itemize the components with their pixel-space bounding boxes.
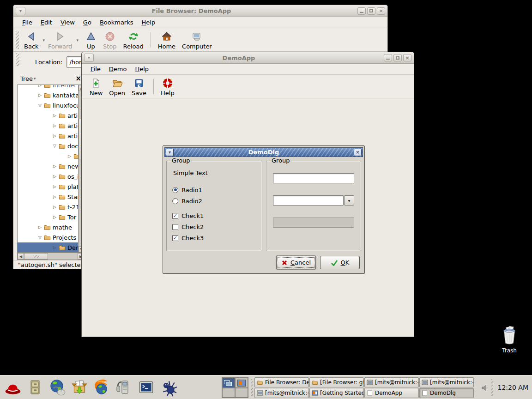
- window-menu-button[interactable]: ▾: [84, 54, 94, 62]
- expander-icon[interactable]: ▷: [52, 164, 58, 169]
- tree-row[interactable]: ▷Tor Lil: [18, 212, 78, 222]
- tree-row[interactable]: ▽linuxfocu: [18, 100, 78, 110]
- expander-icon[interactable]: ▷: [66, 154, 73, 158]
- taskbar-window-demoapp[interactable]: DemoApp: [364, 388, 419, 398]
- tree-row[interactable]: ▷Mic: [18, 151, 78, 161]
- computer-button[interactable]: Computer: [179, 30, 215, 50]
- taskbar-window-getting-started[interactable]: [Getting Started: [309, 388, 364, 398]
- text-input[interactable]: [273, 173, 354, 183]
- radio1-option[interactable]: Radio1: [172, 185, 202, 194]
- scrollbar-thumb[interactable]: [24, 253, 48, 260]
- expander-icon[interactable]: ▽: [37, 103, 43, 108]
- tree-row[interactable]: ▷new00: [18, 161, 78, 171]
- ok-button[interactable]: OK: [320, 256, 360, 269]
- workspace-1-active[interactable]: [222, 378, 235, 388]
- tree-row[interactable]: ▽doc: [18, 141, 78, 151]
- workspace-3[interactable]: [222, 388, 235, 398]
- maximize-button[interactable]: [367, 7, 375, 15]
- bug-reporter-launcher[interactable]: [157, 377, 178, 398]
- expander-icon[interactable]: ▷: [52, 174, 58, 179]
- menu-edit[interactable]: Edit: [36, 18, 56, 27]
- home-button[interactable]: Home: [155, 30, 179, 50]
- open-button[interactable]: Open: [106, 76, 128, 97]
- taskbar-window-terminal[interactable]: [mits@mitnick:~: [254, 388, 309, 398]
- tree-row[interactable]: ▷os_inc: [18, 171, 78, 181]
- expander-icon[interactable]: ▷: [52, 184, 58, 189]
- location-grip[interactable]: [16, 53, 19, 66]
- close-button[interactable]: ×: [403, 54, 411, 61]
- tree-row[interactable]: ▷t-2155: [18, 202, 78, 212]
- expander-icon[interactable]: ▷: [52, 133, 58, 138]
- help-button[interactable]: Help: [157, 76, 178, 97]
- expander-icon[interactable]: ▷: [37, 225, 43, 230]
- scroll-left-button[interactable]: ◀: [18, 253, 24, 260]
- taskbar-window-file-browser-2[interactable]: [File Browser: gt: [309, 377, 364, 387]
- close-button[interactable]: ×: [377, 7, 385, 15]
- scrollbar-track[interactable]: [48, 253, 78, 260]
- tree-row[interactable]: ▷article: [18, 121, 78, 131]
- minimize-button[interactable]: [384, 54, 392, 61]
- package-installer-launcher[interactable]: [69, 377, 90, 398]
- trash-desktop-icon[interactable]: Trash: [495, 326, 524, 354]
- maximize-button[interactable]: [393, 54, 402, 61]
- expander-icon[interactable]: ▷: [52, 215, 58, 219]
- combo-dropdown-button[interactable]: ▾: [344, 195, 354, 206]
- expander-icon[interactable]: ▽: [37, 235, 43, 240]
- tree-row[interactable]: ▷mathe: [18, 222, 78, 232]
- menu-demo[interactable]: Demo: [105, 65, 131, 73]
- expander-icon[interactable]: ▷: [37, 93, 43, 97]
- web-browser-launcher[interactable]: [47, 377, 67, 398]
- window-list-handle[interactable]: [251, 379, 253, 396]
- expander-icon[interactable]: ▷: [52, 194, 58, 199]
- tree-row[interactable]: ▷kantakta: [18, 90, 78, 100]
- tree-row[interactable]: ▷internet: [18, 85, 78, 90]
- workspace-2[interactable]: [235, 378, 248, 388]
- tree-panel[interactable]: ▷internet ▷kantakta ▽linuxfocu ▷article …: [17, 85, 78, 253]
- expander-icon[interactable]: ▽: [52, 144, 58, 148]
- volume-applet[interactable]: [481, 384, 489, 392]
- tree-row[interactable]: ▷Standa: [18, 192, 78, 202]
- tree-row[interactable]: ▷article: [18, 131, 78, 141]
- menu-bookmarks[interactable]: Bookmarks: [96, 18, 138, 27]
- radio2-option[interactable]: Radio2: [172, 196, 202, 206]
- tree-row[interactable]: ▷article: [18, 110, 78, 121]
- workspace-4[interactable]: [235, 388, 248, 398]
- mozilla-browser-launcher[interactable]: [91, 377, 112, 398]
- expander-icon[interactable]: ▷: [37, 85, 43, 87]
- window-menu-button[interactable]: ▾: [166, 149, 174, 156]
- combo-input[interactable]: [273, 195, 344, 206]
- save-button[interactable]: Save: [128, 76, 150, 97]
- file-manager-launcher[interactable]: [24, 377, 45, 398]
- taskbar-window-demodlg[interactable]: DemoDlg: [419, 388, 474, 398]
- clock-handle[interactable]: [491, 379, 493, 396]
- tree-row-selected[interactable]: ▷DemoA: [18, 242, 78, 253]
- sidebar-title[interactable]: Tree: [20, 75, 33, 82]
- back-button[interactable]: Back: [21, 30, 42, 50]
- menu-help[interactable]: Help: [131, 65, 153, 73]
- menu-file[interactable]: File: [18, 18, 36, 27]
- expander-icon[interactable]: ▷: [52, 113, 58, 118]
- printer-tool-launcher[interactable]: [113, 377, 134, 398]
- check3-option[interactable]: ✓ Check3: [172, 233, 204, 242]
- tree-row[interactable]: ▷platfor: [18, 181, 78, 192]
- new-button[interactable]: New: [86, 76, 106, 97]
- demodlg-titlebar[interactable]: ▾ DemoDlg ×: [164, 147, 363, 157]
- window-menu-button[interactable]: ▾: [16, 7, 25, 15]
- up-button[interactable]: Up: [82, 30, 100, 50]
- expander-icon[interactable]: ▷: [52, 245, 58, 250]
- taskbar-window-terminal-3[interactable]: [mits@mitnick:~: [419, 377, 474, 387]
- check1-option[interactable]: ✓ Check1: [172, 211, 204, 220]
- minimize-button[interactable]: [357, 7, 366, 15]
- tree-row[interactable]: ▽Projects: [18, 232, 78, 242]
- sidebar-dropdown-icon[interactable]: ▾: [34, 76, 36, 81]
- combo-box[interactable]: ▾: [273, 195, 354, 206]
- close-button[interactable]: ×: [354, 149, 362, 156]
- demoapp-titlebar[interactable]: ▾ DemoApp ×: [82, 52, 414, 64]
- file-browser-titlebar[interactable]: ▾ File Browser: DemoApp ×: [13, 5, 387, 17]
- sidebar-close-icon[interactable]: ×: [75, 75, 81, 82]
- menu-file[interactable]: File: [86, 65, 105, 73]
- taskbar-window-terminal-2[interactable]: [mits@mitnick:~: [364, 377, 419, 387]
- terminal-launcher[interactable]: [135, 377, 156, 398]
- taskbar-window-file-browser[interactable]: File Browser: De: [254, 377, 309, 387]
- check2-option[interactable]: Check2: [172, 222, 204, 231]
